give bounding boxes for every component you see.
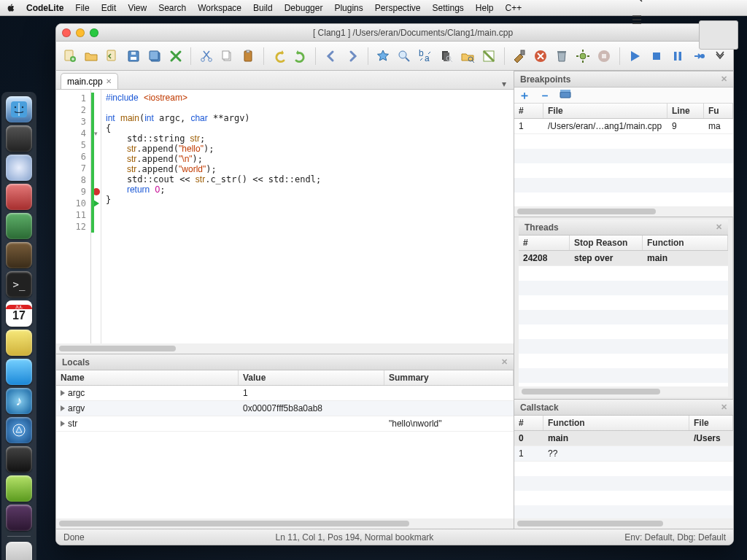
new-file-icon[interactable] xyxy=(61,47,79,66)
paste-icon[interactable] xyxy=(239,47,258,66)
settings-gear-icon[interactable] xyxy=(574,47,592,66)
thread-row[interactable]: 24208step overmain xyxy=(519,251,728,266)
menu-build[interactable]: Build xyxy=(252,3,274,13)
panel-close-icon[interactable]: ✕ xyxy=(721,402,727,412)
cut-icon[interactable] xyxy=(197,47,215,66)
dock-calendar-icon[interactable]: JUL17 xyxy=(6,300,32,327)
locals-row[interactable]: str "hello\nworld" xyxy=(56,416,514,432)
clear-breakpoints-icon[interactable] xyxy=(560,89,571,101)
zoom-button[interactable] xyxy=(90,28,98,37)
editor-scrollbar[interactable] xyxy=(56,343,514,354)
dock-app-icon[interactable] xyxy=(6,242,32,268)
code-editor[interactable]: 123456789101112 ▾ #include <iostream> in… xyxy=(56,90,514,343)
tab-main-cpp[interactable]: main.cpp ✕ xyxy=(61,73,118,89)
col-name[interactable]: Name xyxy=(56,370,239,385)
close-button[interactable] xyxy=(62,28,71,37)
locals-row[interactable]: argv 0x00007fff5b8a0ab8 xyxy=(56,401,514,416)
menu-edit[interactable]: Edit xyxy=(100,3,118,13)
cs-scrollbar[interactable] xyxy=(514,518,733,529)
expand-icon[interactable] xyxy=(61,405,65,411)
col-file[interactable]: File xyxy=(689,416,733,430)
dock-messages-icon[interactable] xyxy=(6,359,32,385)
save-icon[interactable] xyxy=(124,47,142,66)
dock-app-icon[interactable] xyxy=(6,213,32,239)
menu-file[interactable]: File xyxy=(74,3,90,13)
col-num[interactable]: # xyxy=(514,416,543,430)
expand-icon[interactable] xyxy=(61,421,65,427)
debug-stop-icon[interactable] xyxy=(647,47,665,66)
debug-start-icon[interactable] xyxy=(626,47,644,66)
tabbar-menu-icon[interactable]: ▾ xyxy=(499,79,509,89)
bp-row[interactable]: 1/Users/eran/…ang1/main.cpp 9ma xyxy=(514,119,733,134)
col-value[interactable]: Value xyxy=(239,370,384,385)
redo-icon[interactable] xyxy=(291,47,309,66)
dock-finder-icon[interactable] xyxy=(6,96,32,122)
dock-itunes-icon[interactable]: ♪ xyxy=(6,388,32,414)
bp-scrollbar[interactable] xyxy=(514,206,733,217)
bookmark-icon[interactable] xyxy=(374,47,392,66)
dock-codelite-icon[interactable] xyxy=(6,505,32,531)
spotlight-icon[interactable] xyxy=(630,0,643,3)
dock-app-icon[interactable] xyxy=(6,184,32,210)
menu-cpp[interactable]: C++ xyxy=(504,3,524,13)
reload-icon[interactable] xyxy=(103,47,121,66)
menu-settings[interactable]: Settings xyxy=(430,3,465,13)
panel-close-icon[interactable]: ✕ xyxy=(501,357,508,367)
copy-icon[interactable] xyxy=(218,47,236,66)
locals-row[interactable]: argc 1 xyxy=(56,386,514,401)
dock-terminal-icon[interactable]: >_ xyxy=(6,271,32,298)
dock-app-icon[interactable] xyxy=(6,446,32,472)
panel-close-icon[interactable]: ✕ xyxy=(716,222,722,232)
resources-icon[interactable] xyxy=(459,47,477,66)
col-fn[interactable]: Function xyxy=(543,416,689,430)
col-num[interactable]: # xyxy=(514,104,543,118)
dock-notes-icon[interactable] xyxy=(6,330,32,356)
th-scrollbar[interactable] xyxy=(519,386,728,397)
highlight-icon[interactable] xyxy=(480,47,498,66)
callstack-row[interactable]: 0main/Users xyxy=(514,431,733,446)
col-fun[interactable]: Fu xyxy=(704,104,733,118)
menu-workspace[interactable]: Workspace xyxy=(196,3,243,13)
nav-back-icon[interactable] xyxy=(322,47,340,66)
menu-plugins[interactable]: Plugins xyxy=(333,3,364,13)
menu-search[interactable]: Search xyxy=(157,3,187,13)
undo-icon[interactable] xyxy=(270,47,288,66)
debug-pause-icon[interactable] xyxy=(668,47,686,66)
menu-debugger[interactable]: Debugger xyxy=(283,3,325,13)
col-fn[interactable]: Function xyxy=(643,236,728,250)
col-num[interactable]: # xyxy=(519,236,570,250)
panel-close-icon[interactable]: ✕ xyxy=(721,74,727,84)
menu-help[interactable]: Help xyxy=(474,3,495,13)
col-line[interactable]: Line xyxy=(667,104,704,118)
dock-appstore-icon[interactable] xyxy=(6,417,32,443)
dock-app-icon[interactable] xyxy=(6,475,32,502)
save-all-icon[interactable] xyxy=(145,47,163,66)
callstack-row[interactable]: 1?? xyxy=(514,446,733,462)
add-breakpoint-icon[interactable]: ＋ xyxy=(519,90,530,101)
apple-menu-icon[interactable] xyxy=(6,3,16,13)
locals-scrollbar[interactable] xyxy=(56,518,514,529)
remove-breakpoint-icon[interactable]: － xyxy=(539,90,551,101)
col-summary[interactable]: Summary xyxy=(384,370,514,385)
menu-perspective[interactable]: Perspective xyxy=(374,3,422,13)
replace-icon[interactable]: ba xyxy=(417,47,435,66)
expand-icon[interactable] xyxy=(61,390,65,396)
build-icon[interactable] xyxy=(511,47,529,66)
tab-close-icon[interactable]: ✕ xyxy=(106,77,112,85)
stop-build-icon[interactable] xyxy=(532,47,550,66)
col-reason[interactable]: Stop Reason xyxy=(570,236,643,250)
minimize-button[interactable] xyxy=(76,28,85,37)
nav-fwd-icon[interactable] xyxy=(343,47,361,66)
close-icon[interactable] xyxy=(166,47,185,66)
dock-safari-icon[interactable] xyxy=(6,155,32,181)
dock-launchpad-icon[interactable] xyxy=(6,125,32,152)
titlebar[interactable]: [ Clang1 ] /Users/eran/Documents/Clang1/… xyxy=(56,24,733,42)
open-file-icon[interactable] xyxy=(82,47,100,66)
find-in-files-icon[interactable] xyxy=(438,47,456,66)
list-icon[interactable] xyxy=(630,13,643,26)
col-file[interactable]: File xyxy=(543,104,667,118)
menu-view[interactable]: View xyxy=(126,3,148,13)
dock-folder-icon[interactable] xyxy=(6,542,32,560)
app-name[interactable]: CodeLite xyxy=(25,3,65,13)
clean-icon[interactable] xyxy=(553,47,571,66)
